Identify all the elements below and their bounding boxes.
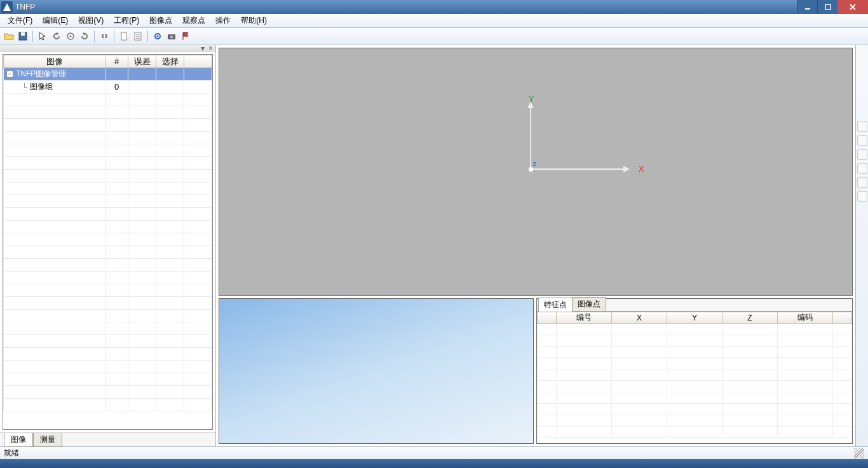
toolbar [0, 28, 868, 45]
table-row [4, 373, 212, 386]
status-bar: 就绪 [0, 446, 868, 459]
table-row [4, 221, 212, 233]
table-row [538, 335, 852, 347]
resize-grip-icon[interactable] [854, 448, 864, 458]
table-row [4, 233, 212, 246]
doc-sparkle-icon[interactable] [118, 30, 130, 43]
doc-lines-icon[interactable] [132, 30, 144, 43]
table-row [538, 404, 852, 415]
svg-rect-6 [121, 32, 126, 40]
side-tool-2[interactable] [857, 135, 867, 146]
minimize-button[interactable] [797, 0, 817, 14]
col-x[interactable]: X [612, 312, 667, 324]
table-row [538, 347, 852, 358]
menu-project[interactable]: 工程(P) [109, 14, 144, 27]
table-row [538, 324, 852, 335]
side-tool-6[interactable] [857, 191, 867, 202]
table-row [538, 427, 852, 438]
table-row [4, 195, 212, 208]
menu-observe-point[interactable]: 观察点 [177, 14, 210, 27]
tree-row-group[interactable]: └图像组 0 [4, 81, 212, 93]
svg-point-5 [70, 35, 72, 37]
viewport-3d[interactable]: X Y z [219, 48, 853, 296]
axis-y-label: Y [529, 94, 534, 104]
col-code[interactable]: 编码 [778, 312, 833, 324]
close-button[interactable] [837, 0, 868, 14]
table-row [538, 358, 852, 369]
tab-image-point[interactable]: 图像点 [572, 297, 606, 311]
col-image[interactable]: 图像 [4, 55, 105, 68]
open-icon[interactable] [3, 30, 15, 43]
table-row [4, 335, 212, 348]
side-tool-4[interactable] [857, 163, 867, 174]
left-tabs: 图像 测量 [0, 432, 215, 446]
svg-rect-3 [21, 32, 25, 36]
svg-rect-0 [805, 8, 810, 10]
image-tree-table[interactable]: 图像 # 误差 选择 −TNFP图像管理 └图像组 0 [3, 55, 212, 411]
table-row [4, 297, 212, 310]
svg-point-9 [157, 35, 159, 37]
app-icon [1, 1, 13, 13]
table-row [4, 93, 212, 106]
tab-image[interactable]: 图像 [4, 433, 33, 447]
menu-image-point[interactable]: 图像点 [144, 14, 177, 27]
left-panel: ▾ × 图像 # 误差 选择 −TNFP图像管理 [0, 45, 216, 446]
axis-x-label: X [639, 164, 644, 174]
menu-edit[interactable]: 编辑(E) [37, 14, 73, 27]
col-y[interactable]: Y [667, 312, 722, 324]
col-select[interactable]: 选择 [156, 55, 184, 68]
link-icon[interactable] [98, 30, 111, 43]
expand-icon[interactable]: − [6, 71, 13, 78]
table-row [4, 170, 212, 182]
axis-z-label: z [533, 160, 536, 167]
maximize-button[interactable] [817, 0, 837, 14]
table-row [4, 361, 212, 373]
side-tool-5[interactable] [857, 177, 867, 188]
table-row [4, 246, 212, 259]
col-count[interactable]: # [105, 55, 128, 68]
menu-file[interactable]: 文件(F) [3, 14, 37, 27]
col-id[interactable]: 编号 [557, 312, 612, 324]
preview-panel[interactable] [219, 298, 534, 444]
menu-operate[interactable]: 操作 [210, 14, 236, 27]
table-row [4, 322, 212, 335]
camera-icon[interactable] [165, 30, 178, 43]
tree-group-label: 图像组 [30, 81, 53, 92]
table-row [4, 144, 212, 157]
table-row [4, 132, 212, 144]
table-row [4, 208, 212, 221]
table-row [4, 157, 212, 170]
tree-row-root[interactable]: −TNFP图像管理 [4, 68, 212, 81]
svg-point-11 [170, 35, 173, 38]
tree-root-label: TNFP图像管理 [16, 69, 66, 79]
gear-blue-icon[interactable] [151, 30, 164, 43]
refresh-icon[interactable] [50, 30, 63, 43]
table-row [538, 415, 852, 427]
side-tool-3[interactable] [857, 149, 867, 160]
points-panel: 特征点 图像点 编号 X Y Z 编码 [536, 298, 853, 444]
table-row [538, 381, 852, 392]
col-error[interactable]: 误差 [128, 55, 156, 68]
menu-view[interactable]: 视图(V) [73, 14, 109, 27]
redo-icon[interactable] [78, 30, 91, 43]
col-z[interactable]: Z [722, 312, 778, 324]
cursor-icon[interactable] [36, 30, 49, 43]
flag-icon[interactable] [179, 30, 192, 43]
table-row [4, 182, 212, 195]
points-table[interactable]: 编号 X Y Z 编码 [537, 312, 852, 438]
table-row [4, 399, 212, 411]
tab-feature-point[interactable]: 特征点 [538, 298, 573, 312]
status-text: 就绪 [4, 448, 19, 458]
side-tool-1[interactable] [857, 121, 867, 132]
table-row [4, 119, 212, 132]
table-row [4, 310, 212, 322]
target-icon[interactable] [64, 30, 77, 43]
table-row [4, 386, 212, 399]
tab-measure[interactable]: 测量 [33, 433, 62, 447]
save-icon[interactable] [17, 30, 29, 43]
table-row [538, 369, 852, 381]
os-taskbar [0, 459, 868, 468]
window-title: TNFP [15, 3, 797, 11]
tree-group-count: 0 [105, 81, 128, 93]
menu-help[interactable]: 帮助(H) [236, 14, 272, 27]
